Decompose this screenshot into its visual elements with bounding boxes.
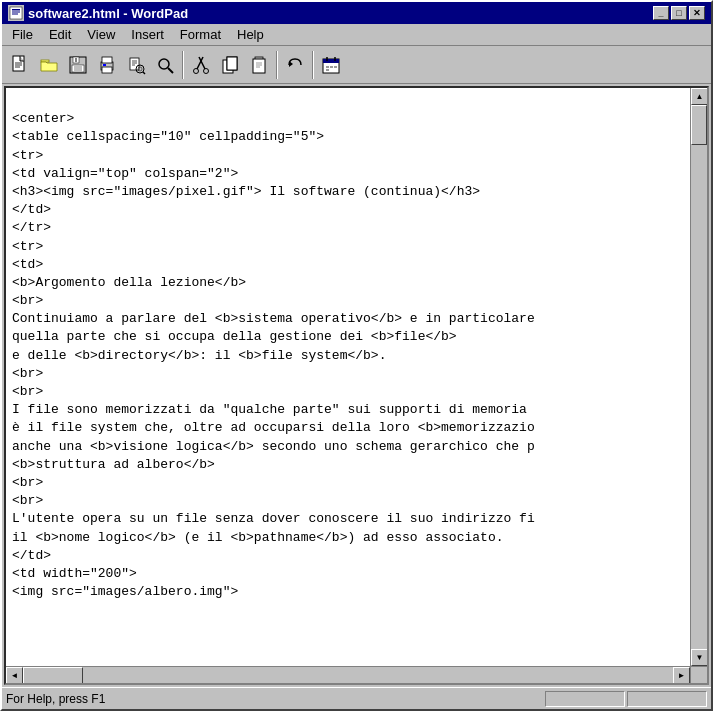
datetime-button[interactable] bbox=[317, 51, 345, 79]
scroll-down-button[interactable]: ▼ bbox=[691, 649, 707, 666]
toolbar bbox=[2, 46, 711, 84]
window-title: software2.html - WordPad bbox=[28, 6, 188, 21]
svg-rect-4 bbox=[13, 56, 24, 71]
scroll-thumb-horizontal[interactable] bbox=[23, 667, 83, 684]
print-button[interactable] bbox=[93, 51, 121, 79]
menu-help[interactable]: Help bbox=[229, 25, 272, 44]
svg-point-25 bbox=[159, 59, 169, 69]
svg-rect-18 bbox=[130, 58, 139, 70]
scroll-left-button[interactable]: ◄ bbox=[6, 667, 23, 684]
title-buttons: _ □ ✕ bbox=[653, 6, 705, 20]
cut-button[interactable] bbox=[187, 51, 215, 79]
scroll-track-vertical[interactable] bbox=[691, 105, 707, 649]
status-panel-1 bbox=[545, 691, 625, 707]
svg-rect-41 bbox=[323, 59, 339, 63]
menu-view[interactable]: View bbox=[79, 25, 123, 44]
maximize-button[interactable]: □ bbox=[671, 6, 687, 20]
undo-button[interactable] bbox=[281, 51, 309, 79]
status-text: For Help, press F1 bbox=[6, 692, 545, 706]
title-bar: software2.html - WordPad _ □ ✕ bbox=[2, 2, 711, 24]
minimize-button[interactable]: _ bbox=[653, 6, 669, 20]
scrollbar-corner bbox=[690, 667, 707, 684]
svg-rect-17 bbox=[103, 64, 106, 66]
toolbar-separator-1 bbox=[182, 51, 184, 79]
svg-line-23 bbox=[143, 72, 145, 74]
svg-rect-3 bbox=[12, 14, 18, 15]
preview-button[interactable] bbox=[122, 51, 150, 79]
svg-rect-16 bbox=[102, 67, 112, 73]
svg-rect-15 bbox=[102, 57, 112, 63]
svg-line-26 bbox=[168, 68, 173, 73]
horizontal-scrollbar-wrapper: ◄ ► bbox=[6, 666, 707, 683]
paste-button[interactable] bbox=[245, 51, 273, 79]
menu-edit[interactable]: Edit bbox=[41, 25, 79, 44]
toolbar-separator-2 bbox=[276, 51, 278, 79]
status-panel-2 bbox=[627, 691, 707, 707]
content-area: <center> <table cellspacing="10" cellpad… bbox=[6, 88, 707, 666]
toolbar-separator-3 bbox=[312, 51, 314, 79]
scroll-track-horizontal[interactable] bbox=[23, 667, 673, 684]
scroll-right-button[interactable]: ► bbox=[673, 667, 690, 684]
svg-marker-39 bbox=[289, 61, 293, 67]
vertical-scrollbar: ▲ ▼ bbox=[690, 88, 707, 666]
title-bar-left: software2.html - WordPad bbox=[8, 5, 188, 21]
scroll-up-button[interactable]: ▲ bbox=[691, 88, 707, 105]
svg-point-30 bbox=[204, 68, 209, 73]
menu-file[interactable]: File bbox=[4, 25, 41, 44]
menu-format[interactable]: Format bbox=[172, 25, 229, 44]
svg-point-29 bbox=[194, 68, 199, 73]
status-panels bbox=[545, 691, 707, 707]
main-window: software2.html - WordPad _ □ ✕ File Edit… bbox=[0, 0, 713, 711]
menu-insert[interactable]: Insert bbox=[123, 25, 172, 44]
svg-rect-35 bbox=[253, 59, 265, 73]
svg-rect-12 bbox=[74, 66, 82, 71]
save-button[interactable] bbox=[64, 51, 92, 79]
svg-rect-13 bbox=[75, 58, 77, 62]
app-icon bbox=[8, 5, 24, 21]
new-button[interactable] bbox=[6, 51, 34, 79]
copy-button[interactable] bbox=[216, 51, 244, 79]
content-wrapper: <center> <table cellspacing="10" cellpad… bbox=[4, 86, 709, 685]
svg-rect-1 bbox=[12, 9, 20, 11]
scroll-thumb-vertical[interactable] bbox=[691, 105, 707, 145]
open-button[interactable] bbox=[35, 51, 63, 79]
svg-rect-2 bbox=[12, 12, 20, 13]
svg-rect-0 bbox=[10, 7, 22, 19]
horizontal-scrollbar: ◄ ► bbox=[6, 667, 690, 683]
text-editor[interactable]: <center> <table cellspacing="10" cellpad… bbox=[6, 88, 690, 666]
find-button[interactable] bbox=[151, 51, 179, 79]
menu-bar: File Edit View Insert Format Help bbox=[2, 24, 711, 46]
close-button[interactable]: ✕ bbox=[689, 6, 705, 20]
svg-rect-33 bbox=[227, 57, 237, 70]
status-bar: For Help, press F1 bbox=[2, 687, 711, 709]
